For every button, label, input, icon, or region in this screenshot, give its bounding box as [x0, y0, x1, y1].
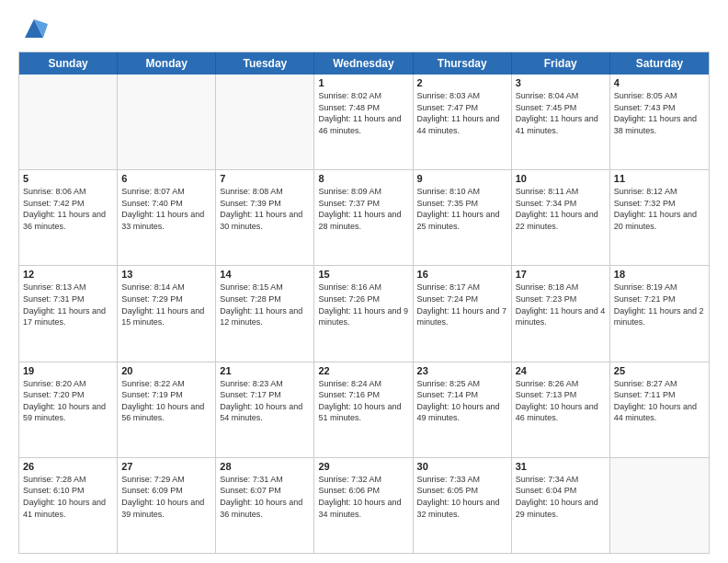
cell-info: Sunrise: 8:04 AMSunset: 7:45 PMDaylight:… — [516, 90, 606, 136]
calendar-cell: 29Sunrise: 7:32 AMSunset: 6:06 PMDayligh… — [314, 458, 413, 553]
calendar-cell: 12Sunrise: 8:13 AMSunset: 7:31 PMDayligh… — [19, 266, 118, 361]
day-number: 5 — [23, 173, 113, 184]
calendar-body: 1Sunrise: 8:02 AMSunset: 7:48 PMDaylight… — [19, 75, 709, 553]
weekday-header: Friday — [512, 52, 610, 75]
cell-info: Sunrise: 8:08 AMSunset: 7:39 PMDaylight:… — [220, 186, 310, 232]
weekday-header: Thursday — [414, 52, 512, 75]
day-number: 26 — [23, 461, 113, 472]
cell-info: Sunrise: 7:28 AMSunset: 6:10 PMDaylight:… — [23, 474, 113, 520]
weekday-header: Wednesday — [314, 52, 413, 75]
day-number: 4 — [614, 77, 705, 88]
day-number: 3 — [516, 77, 606, 88]
calendar-cell: 3Sunrise: 8:04 AMSunset: 7:45 PMDaylight… — [512, 75, 610, 169]
day-number: 22 — [318, 365, 408, 376]
calendar-cell: 20Sunrise: 8:22 AMSunset: 7:19 PMDayligh… — [118, 362, 216, 457]
weekday-header: Saturday — [610, 52, 709, 75]
day-number: 12 — [23, 269, 113, 280]
calendar-cell: 21Sunrise: 8:23 AMSunset: 7:17 PMDayligh… — [216, 362, 314, 457]
day-number: 2 — [417, 77, 507, 88]
calendar-cell — [19, 75, 118, 169]
day-number: 19 — [23, 365, 113, 376]
day-number: 27 — [121, 461, 211, 472]
day-number: 14 — [220, 269, 310, 280]
calendar-cell: 4Sunrise: 8:05 AMSunset: 7:43 PMDaylight… — [610, 75, 709, 169]
day-number: 16 — [417, 269, 507, 280]
cell-info: Sunrise: 8:12 AMSunset: 7:32 PMDaylight:… — [614, 186, 705, 232]
calendar-cell: 10Sunrise: 8:11 AMSunset: 7:34 PMDayligh… — [512, 170, 610, 265]
calendar-cell: 17Sunrise: 8:18 AMSunset: 7:23 PMDayligh… — [512, 266, 610, 361]
calendar-cell: 14Sunrise: 8:15 AMSunset: 7:28 PMDayligh… — [216, 266, 314, 361]
day-number: 18 — [614, 269, 705, 280]
calendar-cell: 2Sunrise: 8:03 AMSunset: 7:47 PMDaylight… — [414, 75, 512, 169]
day-number: 8 — [318, 173, 408, 184]
calendar-cell: 11Sunrise: 8:12 AMSunset: 7:32 PMDayligh… — [610, 170, 709, 265]
cell-info: Sunrise: 8:19 AMSunset: 7:21 PMDaylight:… — [614, 282, 705, 327]
cell-info: Sunrise: 7:29 AMSunset: 6:09 PMDaylight:… — [121, 474, 211, 520]
calendar-cell: 31Sunrise: 7:34 AMSunset: 6:04 PMDayligh… — [512, 458, 610, 553]
day-number: 1 — [318, 77, 408, 88]
cell-info: Sunrise: 7:32 AMSunset: 6:06 PMDaylight:… — [318, 474, 408, 520]
cell-info: Sunrise: 8:17 AMSunset: 7:24 PMDaylight:… — [417, 282, 507, 327]
day-number: 6 — [121, 173, 211, 184]
cell-info: Sunrise: 8:18 AMSunset: 7:23 PMDaylight:… — [516, 282, 606, 327]
calendar-cell: 24Sunrise: 8:26 AMSunset: 7:13 PMDayligh… — [512, 362, 610, 457]
day-number: 31 — [516, 461, 606, 472]
weekday-header: Tuesday — [216, 52, 314, 75]
day-number: 15 — [318, 269, 408, 280]
cell-info: Sunrise: 8:05 AMSunset: 7:43 PMDaylight:… — [614, 90, 705, 136]
day-number: 29 — [318, 461, 408, 472]
cell-info: Sunrise: 8:02 AMSunset: 7:48 PMDaylight:… — [318, 90, 408, 136]
cell-info: Sunrise: 8:13 AMSunset: 7:31 PMDaylight:… — [23, 282, 113, 327]
calendar-cell: 9Sunrise: 8:10 AMSunset: 7:35 PMDaylight… — [414, 170, 512, 265]
calendar-cell: 27Sunrise: 7:29 AMSunset: 6:09 PMDayligh… — [118, 458, 216, 553]
calendar: SundayMondayTuesdayWednesdayThursdayFrid… — [18, 52, 710, 554]
calendar-cell: 18Sunrise: 8:19 AMSunset: 7:21 PMDayligh… — [610, 266, 709, 361]
day-number: 10 — [516, 173, 606, 184]
calendar-cell: 28Sunrise: 7:31 AMSunset: 6:07 PMDayligh… — [216, 458, 314, 553]
calendar-cell — [610, 458, 709, 553]
day-number: 24 — [516, 365, 606, 376]
cell-info: Sunrise: 8:20 AMSunset: 7:20 PMDaylight:… — [23, 378, 113, 424]
calendar-header: SundayMondayTuesdayWednesdayThursdayFrid… — [19, 52, 709, 75]
calendar-cell — [216, 75, 314, 169]
day-number: 23 — [417, 365, 507, 376]
day-number: 28 — [220, 461, 310, 472]
calendar-cell: 30Sunrise: 7:33 AMSunset: 6:05 PMDayligh… — [414, 458, 512, 553]
calendar-cell: 22Sunrise: 8:24 AMSunset: 7:16 PMDayligh… — [314, 362, 413, 457]
cell-info: Sunrise: 7:33 AMSunset: 6:05 PMDaylight:… — [417, 474, 507, 520]
calendar-row: 19Sunrise: 8:20 AMSunset: 7:20 PMDayligh… — [19, 362, 709, 457]
cell-info: Sunrise: 8:09 AMSunset: 7:37 PMDaylight:… — [318, 186, 408, 232]
calendar-cell: 16Sunrise: 8:17 AMSunset: 7:24 PMDayligh… — [414, 266, 512, 361]
weekday-header: Sunday — [19, 52, 118, 75]
cell-info: Sunrise: 8:06 AMSunset: 7:42 PMDaylight:… — [23, 186, 113, 232]
calendar-cell: 15Sunrise: 8:16 AMSunset: 7:26 PMDayligh… — [314, 266, 413, 361]
cell-info: Sunrise: 8:03 AMSunset: 7:47 PMDaylight:… — [417, 90, 507, 136]
calendar-cell: 19Sunrise: 8:20 AMSunset: 7:20 PMDayligh… — [19, 362, 118, 457]
day-number: 17 — [516, 269, 606, 280]
day-number: 21 — [220, 365, 310, 376]
header — [18, 15, 710, 42]
cell-info: Sunrise: 8:22 AMSunset: 7:19 PMDaylight:… — [121, 378, 211, 424]
logo — [18, 15, 48, 42]
calendar-row: 12Sunrise: 8:13 AMSunset: 7:31 PMDayligh… — [19, 265, 709, 361]
calendar-cell: 7Sunrise: 8:08 AMSunset: 7:39 PMDaylight… — [216, 170, 314, 265]
calendar-cell: 23Sunrise: 8:25 AMSunset: 7:14 PMDayligh… — [414, 362, 512, 457]
day-number: 25 — [614, 365, 705, 376]
day-number: 13 — [121, 269, 211, 280]
day-number: 9 — [417, 173, 507, 184]
logo-icon — [20, 15, 48, 42]
calendar-cell: 26Sunrise: 7:28 AMSunset: 6:10 PMDayligh… — [19, 458, 118, 553]
calendar-cell: 6Sunrise: 8:07 AMSunset: 7:40 PMDaylight… — [118, 170, 216, 265]
cell-info: Sunrise: 8:16 AMSunset: 7:26 PMDaylight:… — [318, 282, 408, 327]
calendar-row: 26Sunrise: 7:28 AMSunset: 6:10 PMDayligh… — [19, 457, 709, 553]
cell-info: Sunrise: 8:24 AMSunset: 7:16 PMDaylight:… — [318, 378, 408, 424]
cell-info: Sunrise: 8:26 AMSunset: 7:13 PMDaylight:… — [516, 378, 606, 424]
cell-info: Sunrise: 7:31 AMSunset: 6:07 PMDaylight:… — [220, 474, 310, 520]
cell-info: Sunrise: 8:10 AMSunset: 7:35 PMDaylight:… — [417, 186, 507, 232]
weekday-header: Monday — [118, 52, 216, 75]
cell-info: Sunrise: 7:34 AMSunset: 6:04 PMDaylight:… — [516, 474, 606, 520]
cell-info: Sunrise: 8:15 AMSunset: 7:28 PMDaylight:… — [220, 282, 310, 327]
cell-info: Sunrise: 8:25 AMSunset: 7:14 PMDaylight:… — [417, 378, 507, 424]
calendar-cell — [118, 75, 216, 169]
day-number: 7 — [220, 173, 310, 184]
